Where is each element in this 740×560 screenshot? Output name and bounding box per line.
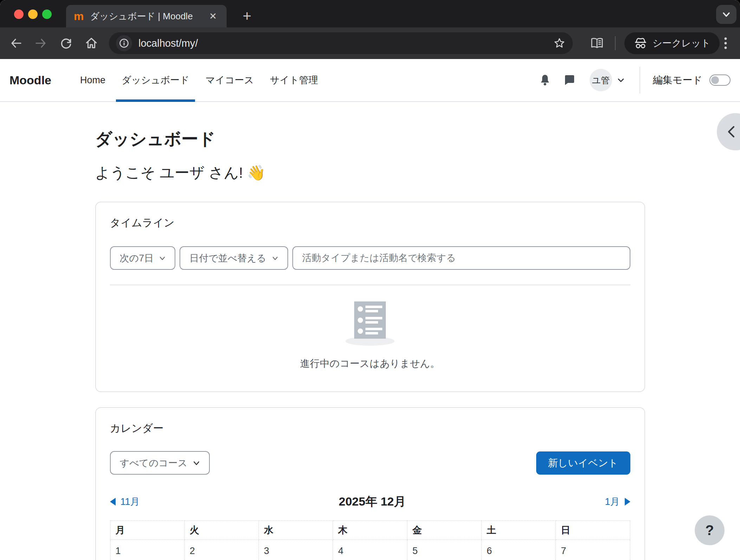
chat-icon (564, 74, 576, 86)
empty-courses-text: 進行中のコースはありません。 (300, 357, 440, 370)
bell-icon (539, 74, 551, 86)
question-mark-icon: ? (705, 522, 714, 538)
day-cell[interactable]: 5 (407, 540, 481, 560)
calendar-week-row: 1 2 3 4 5 6 7 (110, 540, 630, 560)
weekday-tue: 火 (184, 521, 259, 540)
reload-button[interactable] (59, 37, 73, 50)
reading-list-button[interactable] (590, 37, 604, 50)
weekday-header-row: 月 火 水 木 金 土 日 (110, 521, 630, 540)
welcome-message: ようこそ ユーザ さん! 👋 (95, 163, 645, 183)
page-title: ダッシュボード (95, 128, 645, 150)
navbar-divider (640, 67, 640, 93)
back-button[interactable] (9, 37, 23, 50)
timeline-empty-state: 進行中のコースはありません。 (110, 285, 630, 370)
new-tab-button[interactable]: + (237, 6, 257, 26)
minimize-window-button[interactable] (28, 9, 38, 19)
user-menu-chevron[interactable] (617, 76, 625, 84)
close-window-button[interactable] (14, 9, 24, 19)
timeline-card: タイムライン 次の7日 日付で並べ替える (95, 202, 645, 392)
notifications-button[interactable] (539, 74, 551, 86)
incognito-icon (634, 37, 648, 50)
moodle-brand[interactable]: Moodle (9, 73, 51, 87)
calendar-toolbar: すべてのコース 新しいイベント (110, 451, 630, 475)
tab-close-icon[interactable]: ✕ (207, 9, 219, 23)
chevron-down-icon (617, 76, 625, 84)
course-filter-dropdown[interactable]: すべてのコース (110, 451, 210, 475)
url-text[interactable]: localhost/my/ (138, 38, 553, 49)
calendar-card: カレンダー すべてのコース 新しいイベント 11月 2025年 (95, 407, 645, 560)
day-cell[interactable]: 3 (259, 540, 333, 560)
zoom-window-button[interactable] (42, 9, 52, 19)
weekday-thu: 木 (333, 521, 407, 540)
weekday-fri: 金 (407, 521, 481, 540)
chevron-down-icon (159, 255, 165, 261)
chevron-left-icon (725, 125, 737, 139)
kebab-icon (724, 36, 727, 50)
edit-mode-toggle[interactable] (709, 74, 731, 86)
help-button[interactable]: ? (695, 515, 725, 545)
next-month-link[interactable]: 1月 (605, 495, 630, 508)
nav-item-dashboard[interactable]: ダッシュボード (116, 59, 195, 101)
forward-arrow-icon (34, 37, 47, 50)
chevron-down-icon (193, 460, 200, 467)
day-cell[interactable]: 7 (556, 540, 630, 560)
main-content: ダッシュボード ようこそ ユーザ さん! 👋 タイムライン 次の7日 日付で並べ… (95, 128, 645, 560)
calendar-table: 月 火 水 木 金 土 日 1 2 3 (110, 520, 630, 560)
new-event-button[interactable]: 新しいイベント (536, 451, 630, 475)
sort-filter-dropdown[interactable]: 日付で並べ替える (180, 246, 288, 270)
weekday-wed: 水 (259, 521, 333, 540)
toolbar-divider (615, 36, 616, 50)
moodle-favicon-icon: m (74, 11, 84, 22)
calendar-title: カレンダー (110, 421, 630, 436)
weekday-sat: 土 (481, 521, 556, 540)
bookmark-star-button[interactable] (553, 37, 566, 50)
activity-search-input[interactable] (292, 246, 630, 270)
nav-item-siteadmin[interactable]: サイト管理 (264, 59, 324, 101)
chevron-down-icon (272, 255, 278, 261)
moodle-navbar: Moodle Home ダッシュボード マイコース サイト管理 (0, 59, 740, 102)
browser-menu-button[interactable] (718, 36, 733, 51)
address-bar[interactable]: localhost/my/ (109, 32, 573, 54)
next-month-arrow-icon (625, 498, 630, 506)
browser-window: m ダッシュボード | Moodle ✕ + (0, 0, 740, 560)
empty-courses-icon (344, 301, 396, 344)
forward-button[interactable] (34, 37, 47, 50)
info-icon (119, 38, 129, 48)
incognito-label: シークレット (653, 37, 710, 50)
month-navigation: 11月 2025年 12月 1月 (110, 494, 630, 510)
browser-toolbar: localhost/my/ シークレット (0, 27, 740, 59)
back-arrow-icon (10, 37, 22, 50)
home-button[interactable] (85, 37, 98, 50)
moodle-page: Moodle Home ダッシュボード マイコース サイト管理 (0, 59, 740, 560)
reload-icon (59, 37, 73, 50)
day-cell[interactable]: 1 (110, 540, 184, 560)
site-info-button[interactable] (116, 35, 132, 51)
star-icon (553, 37, 566, 50)
prev-month-arrow-icon (110, 498, 116, 506)
primary-nav: Home ダッシュボード マイコース サイト管理 (74, 59, 329, 101)
messages-button[interactable] (564, 74, 576, 86)
tab-search-button[interactable] (716, 5, 736, 24)
timeline-title: タイムライン (110, 216, 630, 230)
browser-tab[interactable]: m ダッシュボード | Moodle ✕ (66, 5, 227, 27)
toggle-knob (711, 76, 719, 84)
chevron-down-icon (721, 9, 732, 20)
tab-title: ダッシュボード | Moodle (90, 10, 207, 22)
navbar-right: ユ管 編集モード (526, 67, 731, 93)
home-icon (85, 37, 98, 50)
incognito-badge: シークレット (624, 32, 720, 54)
weekday-mon: 月 (110, 521, 184, 540)
prev-month-link[interactable]: 11月 (110, 495, 140, 508)
user-avatar[interactable]: ユ管 (590, 69, 612, 91)
timeline-filters: 次の7日 日付で並べ替える (110, 246, 630, 270)
day-cell[interactable]: 2 (184, 540, 259, 560)
document-list-icon (354, 301, 386, 339)
day-filter-dropdown[interactable]: 次の7日 (110, 246, 176, 270)
tab-strip: m ダッシュボード | Moodle ✕ + (0, 0, 740, 27)
day-cell[interactable]: 6 (481, 540, 556, 560)
edit-mode-label: 編集モード (653, 73, 702, 87)
day-cell[interactable]: 4 (333, 540, 407, 560)
nav-item-home[interactable]: Home (74, 59, 111, 101)
nav-item-mycourses[interactable]: マイコース (200, 59, 260, 101)
book-icon (590, 37, 604, 50)
